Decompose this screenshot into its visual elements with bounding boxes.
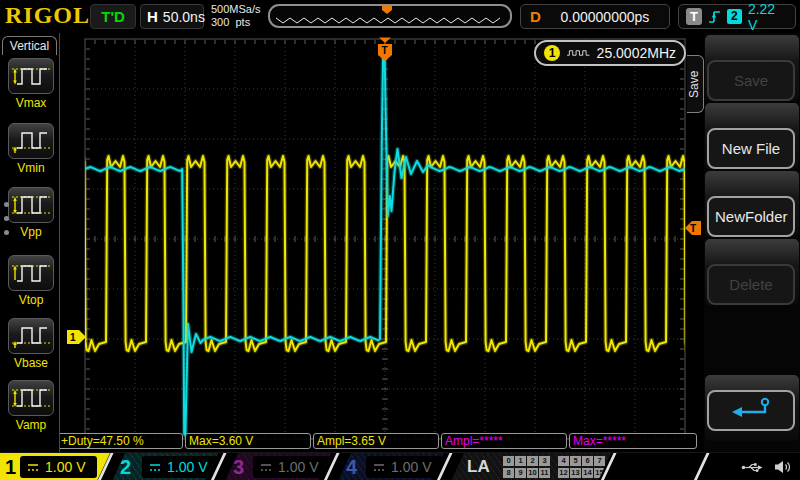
- measure-item-vtop[interactable]: Vtop: [8, 255, 54, 307]
- channel-4-number: 4: [346, 453, 357, 480]
- back-button[interactable]: [707, 390, 795, 431]
- vpp-label: Vpp: [8, 225, 54, 239]
- channel-1-scale-box: 1.00 V: [20, 456, 97, 478]
- h-label: H: [147, 8, 158, 25]
- scroll-dot: [4, 216, 9, 221]
- scroll-dot: [4, 202, 9, 207]
- save-button[interactable]: Save: [707, 60, 795, 101]
- measurement-duty[interactable]: +Duty=47.50 %: [57, 433, 183, 449]
- measurement-max-ch1[interactable]: Max=3.60 V: [185, 433, 311, 449]
- trigger-status-badge: T'D: [90, 4, 136, 29]
- channel-4-tab[interactable]: 4 1.00 V: [338, 453, 444, 480]
- vmin-button[interactable]: [8, 123, 54, 159]
- delay-value: 0.00000000ps: [561, 9, 650, 25]
- channel-3-scale: 1.00 V: [278, 459, 318, 475]
- vmax-icon: [11, 63, 51, 89]
- la-digit-1: 1: [515, 456, 526, 466]
- channel-1-tab[interactable]: 1 1.00 V: [0, 453, 110, 480]
- la-digit-grid: 01234567 89101112131415: [503, 456, 606, 480]
- square-wave-icon: [566, 46, 591, 60]
- dc-coupling-icon: [373, 463, 385, 472]
- vmin-icon: [11, 128, 51, 154]
- t-label: T: [686, 8, 702, 25]
- la-digit-row: 89101112131415: [503, 468, 606, 479]
- la-digit-7: 7: [594, 456, 605, 466]
- return-arrow-icon: [728, 396, 774, 422]
- measurement-ampl-ch1[interactable]: Ampl=3.65 V: [313, 433, 439, 449]
- vpp-button[interactable]: [8, 187, 54, 223]
- channel-3-scale-box: 1.00 V: [253, 456, 330, 478]
- vtop-label: Vtop: [8, 293, 54, 307]
- sample-rate: 500MSa/s: [211, 3, 261, 15]
- la-digit-3: 3: [539, 456, 550, 466]
- usb-icon: [741, 461, 763, 474]
- measurement-ampl-ch3[interactable]: Ampl=*****: [441, 433, 567, 449]
- measure-item-vamp[interactable]: Vamp: [8, 380, 54, 432]
- la-digit-0: 0: [503, 456, 514, 466]
- vpp-icon: [11, 192, 51, 218]
- vamp-button[interactable]: [8, 380, 54, 416]
- counter-channel-badge: 1: [544, 45, 560, 61]
- channel-1-number: 1: [5, 453, 16, 480]
- la-digit-12: 12: [558, 468, 569, 478]
- tab-separator: [693, 453, 709, 480]
- la-digit-4: 4: [558, 456, 569, 466]
- logic-analyzer-tab[interactable]: LA 01234567 89101112131415: [451, 453, 611, 480]
- new-folder-button[interactable]: NewFolder: [707, 196, 795, 237]
- measure-item-vpp[interactable]: Vpp: [8, 187, 54, 239]
- delete-button[interactable]: Delete: [707, 264, 795, 305]
- channel-3-number: 3: [233, 453, 244, 480]
- dc-coupling-icon: [27, 463, 39, 472]
- la-digit-9: 9: [515, 468, 526, 478]
- measure-item-vmax[interactable]: Vmax: [8, 58, 54, 110]
- channel-2-scale: 1.00 V: [167, 459, 207, 475]
- la-digit-13: 13: [570, 468, 581, 478]
- left-measure-menu: Vertical Vmax Vmin: [0, 33, 60, 452]
- dc-coupling-icon: [260, 463, 272, 472]
- trigger-level-value: 2.22 V: [748, 1, 788, 33]
- channel-1-scale: 1.00 V: [45, 459, 85, 475]
- measurement-max-ch3[interactable]: Max=*****: [569, 433, 697, 449]
- memory-depth: 300 pts: [211, 16, 250, 28]
- rigol-logo: RIGOL: [5, 2, 90, 29]
- vbase-label: Vbase: [8, 356, 54, 370]
- channel-4-scale-box: 1.00 V: [366, 456, 443, 478]
- d-label: D: [530, 8, 541, 25]
- vmin-label: Vmin: [8, 161, 54, 175]
- timebase-value: 50.0ns: [163, 9, 205, 25]
- la-digit-14: 14: [582, 468, 593, 478]
- scroll-dot: [4, 230, 9, 235]
- top-bar: RIGOL T'D H 50.0ns 500MSa/s300 pts D 0.0…: [0, 0, 800, 33]
- la-digit-6: 6: [582, 456, 593, 466]
- vbase-button[interactable]: [8, 318, 54, 354]
- la-digit-8: 8: [503, 468, 514, 478]
- beeper-icon: [773, 460, 792, 474]
- la-digit-2: 2: [527, 456, 538, 466]
- vmax-label: Vmax: [8, 96, 54, 110]
- new-file-button[interactable]: New File: [707, 128, 795, 169]
- vtop-button[interactable]: [8, 255, 54, 291]
- la-digit-row: 01234567: [503, 456, 606, 467]
- svg-text:1: 1: [70, 332, 76, 343]
- la-digit-10: 10: [527, 468, 538, 478]
- measure-item-vbase[interactable]: Vbase: [8, 318, 54, 370]
- trigger-info-box[interactable]: T 2 2.22 V: [678, 4, 796, 29]
- counter-frequency-value: 25.0002MHz: [597, 45, 676, 61]
- channel-2-tab[interactable]: 2 1.00 V: [112, 453, 218, 480]
- frequency-counter-badge: 1 25.0002MHz: [534, 40, 686, 66]
- svg-text:T: T: [382, 45, 388, 56]
- measure-item-vmin[interactable]: Vmin: [8, 123, 54, 175]
- vmax-button[interactable]: [8, 58, 54, 94]
- vamp-icon: [11, 385, 51, 411]
- la-digit-11: 11: [539, 468, 550, 478]
- graticule-area: 1TT: [0, 33, 800, 452]
- la-label: LA: [467, 453, 490, 480]
- horizontal-delay-box[interactable]: D 0.00000000ps: [520, 4, 670, 29]
- menu-scroll-indicator: [4, 193, 9, 244]
- channel-3-tab[interactable]: 3 1.00 V: [225, 453, 331, 480]
- rising-edge-icon: [708, 8, 721, 26]
- waveform-preview-bar[interactable]: [268, 4, 512, 28]
- vtop-icon: [11, 260, 51, 286]
- horizontal-timebase-box[interactable]: H 50.0ns: [140, 4, 204, 29]
- vamp-label: Vamp: [8, 418, 54, 432]
